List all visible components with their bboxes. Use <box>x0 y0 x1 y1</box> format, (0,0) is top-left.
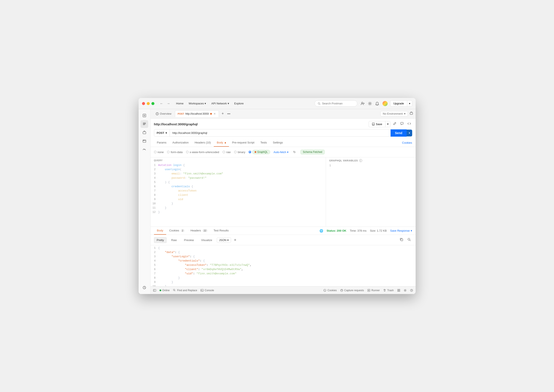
format-type-select[interactable]: JSON ▾ <box>217 238 231 243</box>
titlebar: ← → Home Workspaces ▾ API Network ▾ Expl… <box>139 98 416 109</box>
copy-response-button[interactable] <box>399 237 405 243</box>
capture-requests-button[interactable]: Capture requests <box>340 289 364 292</box>
tab-overview[interactable]: Overview <box>153 111 174 117</box>
notifications-button[interactable] <box>374 101 380 106</box>
save-dropdown-button[interactable]: ▾ <box>385 121 390 127</box>
radio-graphql[interactable]: GraphQL <box>249 150 270 154</box>
radio-form-data-indicator <box>167 151 169 153</box>
request-tabs: Params Authorization Headers (10) Body P… <box>151 139 416 147</box>
tab-body[interactable]: Body <box>214 139 229 147</box>
radio-binary[interactable]: binary <box>234 151 245 154</box>
profile-button[interactable] <box>382 100 388 107</box>
chevron-down-icon: ▾ <box>287 151 288 154</box>
radio-none[interactable]: none <box>154 151 164 154</box>
send-button[interactable]: Send <box>391 129 407 137</box>
method-select[interactable]: POST ▾ <box>154 129 170 137</box>
minimize-button[interactable] <box>147 102 150 105</box>
search-response-button[interactable] <box>406 237 412 243</box>
send-dropdown-button[interactable]: ▾ <box>407 130 412 136</box>
nav-api-network[interactable]: API Network ▾ <box>209 101 231 106</box>
search-bar[interactable] <box>315 100 357 106</box>
tab-settings[interactable]: Settings <box>270 139 286 147</box>
save-button[interactable]: Save <box>369 121 385 127</box>
cookies-link[interactable]: Cookies <box>402 139 412 147</box>
settings-button[interactable] <box>367 101 373 106</box>
sidebar-item-collections[interactable] <box>140 120 148 128</box>
upgrade-button[interactable]: Upgrade <box>390 100 407 106</box>
body-options: none form-data x-www-form-urlencoded raw… <box>151 147 416 157</box>
radio-urlencoded[interactable]: x-www-form-urlencoded <box>186 151 219 154</box>
save-response-button[interactable]: Save Response ▾ <box>390 229 412 232</box>
svg-rect-38 <box>397 289 399 290</box>
environment-select[interactable]: No Environment ▾ <box>380 111 408 116</box>
response-format-bar: Pretty Raw Preview Visualize JSON ▾ ≡ <box>151 235 416 245</box>
chevron-down-icon: ▾ <box>205 102 206 105</box>
help-button[interactable] <box>410 289 413 292</box>
maximize-button[interactable] <box>151 102 154 105</box>
svg-point-17 <box>157 114 157 115</box>
sidebar-item-environments[interactable] <box>140 129 148 136</box>
status-code: Status: 200 OK <box>327 229 346 232</box>
url-input[interactable] <box>170 129 391 137</box>
radio-form-data[interactable]: form-data <box>167 151 182 154</box>
resp-tab-test-results[interactable]: Test Results <box>210 227 232 235</box>
variables-info-icon[interactable]: i <box>359 159 362 162</box>
tab-close-button[interactable]: ✕ <box>213 112 216 116</box>
sidebar-item-new-request[interactable] <box>140 112 148 119</box>
svg-point-2 <box>361 102 363 104</box>
nav-explore[interactable]: Explore <box>232 101 246 106</box>
tab-params[interactable]: Params <box>154 139 169 147</box>
resp-tab-body[interactable]: Body <box>154 227 166 235</box>
trash-button[interactable]: Trash <box>383 289 394 292</box>
edit-button[interactable] <box>392 121 398 127</box>
resp-tab-cookies[interactable]: Cookies 2 <box>166 227 188 235</box>
online-dot <box>160 289 161 291</box>
tab-active-request[interactable]: POST http://localhost:3000/ ✕ <box>175 110 219 117</box>
sidebar-item-mock-servers[interactable] <box>140 137 148 145</box>
format-visualize[interactable]: Visualize <box>198 237 215 243</box>
variables-code-area[interactable]: 1 <box>326 163 416 226</box>
tab-more-button[interactable]: ••• <box>226 111 231 116</box>
sidebar-item-history[interactable] <box>140 284 148 291</box>
nav-workspaces[interactable]: Workspaces ▾ <box>186 101 208 106</box>
toggle-sidebar-button[interactable] <box>153 289 156 292</box>
console-button[interactable]: Console <box>201 289 214 292</box>
nav-home[interactable]: Home <box>174 101 186 106</box>
comment-button[interactable] <box>399 121 405 127</box>
close-button[interactable] <box>142 102 145 105</box>
format-raw[interactable]: Raw <box>168 237 179 243</box>
svg-rect-40 <box>397 291 399 292</box>
grid-view-button[interactable] <box>397 289 400 292</box>
back-button[interactable]: ← <box>159 101 165 106</box>
upgrade-dropdown-button[interactable]: ▾ <box>407 100 412 106</box>
upgrade-button-group: Upgrade ▾ <box>390 100 412 106</box>
cookies-bottom-button[interactable]: Cookies <box>323 289 337 292</box>
search-input[interactable] <box>322 102 354 105</box>
format-preview[interactable]: Preview <box>181 237 196 243</box>
sidebar-item-monitors[interactable] <box>140 146 148 154</box>
environment-settings-button[interactable] <box>410 112 413 116</box>
format-pretty[interactable]: Pretty <box>154 237 167 243</box>
svg-rect-9 <box>143 132 146 134</box>
forward-button[interactable]: → <box>166 101 171 106</box>
tab-authorization[interactable]: Authorization <box>169 139 192 147</box>
query-code-area[interactable]: 1mutation login {2 userLogin(3 email: "f… <box>151 162 326 226</box>
resp-tab-headers[interactable]: Headers 22 <box>188 227 210 235</box>
find-replace-button[interactable]: Find and Replace <box>173 289 197 292</box>
runner-button[interactable]: Runner <box>367 289 380 292</box>
settings-bottom-button[interactable] <box>404 289 407 292</box>
sidebar-toggle-icon <box>153 289 156 292</box>
add-user-button[interactable] <box>360 101 365 106</box>
filter-icon[interactable]: ≡ <box>233 237 237 243</box>
autofetch-button[interactable]: Auto-fetch ▾ <box>273 151 288 154</box>
radio-raw[interactable]: raw <box>223 151 231 154</box>
refresh-schema-button[interactable]: ↻ <box>292 149 297 155</box>
svg-point-13 <box>144 140 144 140</box>
query-line: 1mutation login { <box>151 163 326 168</box>
response-code-area[interactable]: 1{2 "data": {3 "userLogin": {4 "credenti… <box>151 245 416 286</box>
tab-headers[interactable]: Headers (10) <box>192 139 214 147</box>
tab-tests[interactable]: Tests <box>257 139 270 147</box>
tab-pre-request[interactable]: Pre-request Script <box>229 139 257 147</box>
new-tab-button[interactable]: + <box>220 111 225 117</box>
code-button[interactable] <box>406 121 412 127</box>
